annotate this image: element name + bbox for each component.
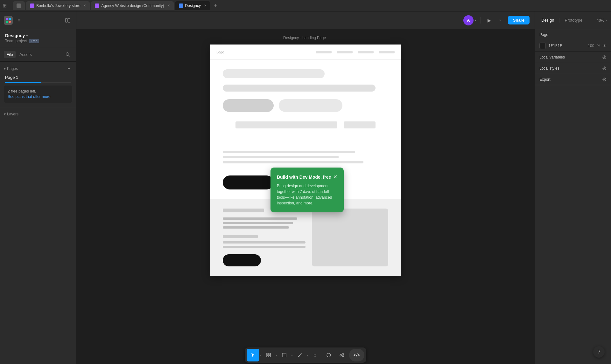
tab-icon-4 xyxy=(179,3,183,8)
play-dropdown[interactable]: ▾ xyxy=(495,16,505,25)
project-chevron-icon: ▾ xyxy=(26,34,28,38)
svg-rect-11 xyxy=(269,355,270,357)
avatar-dropdown-arrow[interactable]: ▾ xyxy=(475,18,476,22)
play-button[interactable]: ▶ xyxy=(484,16,495,25)
tab-add-button[interactable]: + xyxy=(212,2,219,10)
component-tool[interactable] xyxy=(336,349,348,361)
popup-title: Build with Dev Mode, free xyxy=(277,175,331,180)
browser-grid-icon[interactable]: ⊞ xyxy=(3,3,9,9)
frame-cta-row xyxy=(223,99,388,112)
text-tool[interactable]: T xyxy=(309,349,322,361)
local-variables-action[interactable] xyxy=(602,55,607,59)
see-plans-link[interactable]: See plans that offer more xyxy=(8,94,51,99)
export-add-button[interactable] xyxy=(602,77,607,82)
user-avatar[interactable]: A xyxy=(463,15,474,25)
local-variables-title: Local variables xyxy=(539,55,565,59)
zoom-control: 40% ▾ xyxy=(597,18,607,23)
frame-dropdown[interactable]: ▾ xyxy=(276,354,277,357)
export-section: Export xyxy=(535,74,611,85)
page-color-swatch[interactable] xyxy=(539,43,546,49)
tab-icon-1 xyxy=(17,3,21,8)
frame-nav-item-2 xyxy=(337,51,353,53)
page-section-header: Page xyxy=(535,29,611,40)
popup-close-button[interactable]: ✕ xyxy=(333,174,337,180)
frame-text-line-1 xyxy=(223,151,355,153)
file-assets-tabs: File Assets xyxy=(0,47,76,62)
zoom-value[interactable]: 40% xyxy=(597,18,604,23)
browser-tab-3[interactable]: Agency Website design (Community) ✕ xyxy=(91,1,173,10)
layers-section: ▾ Layers xyxy=(0,108,76,120)
frame-content-line2-1 xyxy=(223,241,306,244)
app-container: ≡ Designcy ▾ Team project Free File Asse… xyxy=(0,11,611,364)
browser-bar: ⊞ Bonbella's Jewellery store ✕ Agency We… xyxy=(0,0,611,11)
code-icon: </> xyxy=(353,353,360,357)
browser-tab-2[interactable]: Bonbella's Jewellery store ✕ xyxy=(26,1,90,10)
menu-toggle-icon[interactable]: ≡ xyxy=(15,16,24,25)
frame-hero-subtitle xyxy=(223,85,376,92)
browser-tab-close-2[interactable]: ✕ xyxy=(83,4,86,7)
page-color-hex[interactable]: 1E1E1E xyxy=(548,44,562,48)
shape-dropdown[interactable]: ▾ xyxy=(291,354,293,357)
panel-toggle-button[interactable] xyxy=(63,16,72,25)
frame-content-label-1 xyxy=(223,209,264,212)
tab-icon-3 xyxy=(95,3,99,8)
browser-tab-label-2: Bonbella's Jewellery store xyxy=(36,3,80,8)
page-progress-bar xyxy=(5,82,71,83)
help-button[interactable]: ? xyxy=(593,346,605,358)
project-name[interactable]: Designcy ▾ xyxy=(5,33,71,38)
layers-section-title[interactable]: ▾ Layers xyxy=(4,112,18,116)
browser-tab-4[interactable]: Designcy ✕ xyxy=(175,1,210,10)
pages-section-title[interactable]: ▾ Pages xyxy=(4,66,18,71)
export-section-header: Export xyxy=(535,74,611,85)
svg-rect-1 xyxy=(9,18,11,20)
sidebar-logo[interactable]: ≡ xyxy=(4,16,24,25)
pages-section: ▾ Pages + Page 1 2 free pages left. See … xyxy=(0,62,76,108)
canvas-area[interactable]: Designcy - Landing Page Logo xyxy=(76,29,535,346)
share-button[interactable]: Share xyxy=(508,16,530,24)
design-tab[interactable]: Design xyxy=(539,17,557,24)
zoom-dropdown-arrow[interactable]: ▾ xyxy=(606,18,607,22)
shape-tool[interactable] xyxy=(278,349,291,361)
toolbar-divider xyxy=(480,17,481,24)
left-sidebar: ≡ Designcy ▾ Team project Free File Asse… xyxy=(0,11,76,364)
browser-tab-close-4[interactable]: ✕ xyxy=(204,4,207,7)
dev-mode-popup: Build with Dev Mode, free ✕ Bring design… xyxy=(270,168,344,212)
ellipse-tool[interactable] xyxy=(322,349,335,361)
free-badge: Free xyxy=(29,39,39,43)
svg-rect-10 xyxy=(267,355,268,357)
add-page-button[interactable]: + xyxy=(66,65,72,72)
frame-hero-title xyxy=(223,69,325,78)
browser-tab-1[interactable] xyxy=(13,1,25,10)
file-tab[interactable]: File xyxy=(4,51,16,58)
visibility-toggle[interactable]: 👁 xyxy=(603,44,607,48)
cursor-dropdown[interactable]: ▾ xyxy=(260,354,262,357)
svg-point-15 xyxy=(327,353,331,357)
assets-tab[interactable]: Assets xyxy=(17,51,34,58)
svg-rect-5 xyxy=(68,18,70,22)
page-opacity-value[interactable]: 100 xyxy=(588,44,594,48)
app-logo-icon xyxy=(4,16,13,25)
frame-hero xyxy=(210,60,401,148)
cursor-tool[interactable] xyxy=(247,349,259,361)
frame-content-line-3 xyxy=(223,226,289,229)
pen-dropdown[interactable]: ▾ xyxy=(307,354,308,357)
project-info: Designcy ▾ Team project Free xyxy=(0,29,76,47)
page-1-item[interactable]: Page 1 xyxy=(0,73,76,82)
page-color-row: 1E1E1E 100 % 👁 xyxy=(535,40,611,52)
svg-point-13 xyxy=(301,354,302,354)
svg-line-7 xyxy=(69,55,70,57)
design-frame: Logo xyxy=(210,45,401,276)
prototype-tab[interactable]: Prototype xyxy=(562,17,585,24)
frame-logo-text: Logo xyxy=(216,50,224,54)
local-variables-header: Local variables xyxy=(535,52,611,63)
local-styles-action[interactable] xyxy=(602,66,607,71)
code-tool[interactable]: </> xyxy=(349,349,364,361)
bottom-tool-group: ▾ ▾ ▾ ▾ T xyxy=(245,347,366,363)
notice-text: 2 free pages left. See plans that offer … xyxy=(8,89,68,100)
browser-tab-close-3[interactable]: ✕ xyxy=(167,4,170,7)
pen-tool[interactable] xyxy=(293,349,306,361)
frame-content-right xyxy=(312,209,388,266)
search-button[interactable] xyxy=(63,50,72,59)
svg-rect-4 xyxy=(66,18,67,22)
frame-tool[interactable] xyxy=(262,349,275,361)
